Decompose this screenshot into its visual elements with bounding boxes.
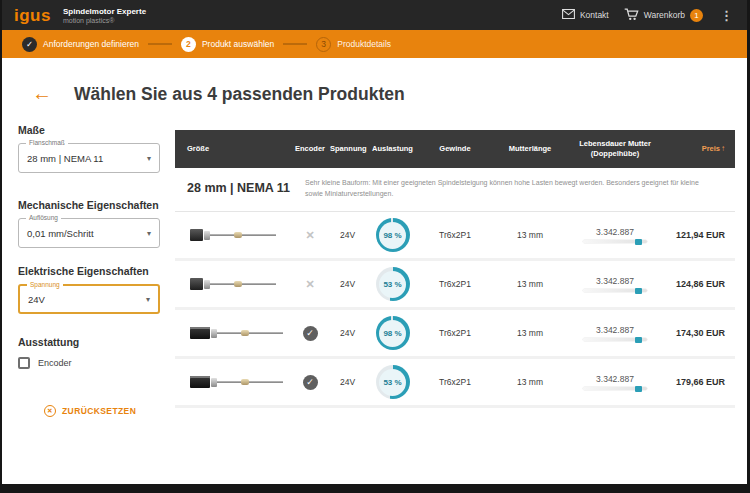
spindle-rod bbox=[210, 283, 276, 285]
overflow-menu-icon[interactable]: ⋮ bbox=[718, 9, 735, 22]
progress-stepper: ✓ Anforderungen definieren 2 Produkt aus… bbox=[2, 30, 747, 58]
step-anforderungen[interactable]: ✓ Anforderungen definieren bbox=[22, 37, 139, 52]
encoder-absent-icon: ✕ bbox=[305, 229, 314, 241]
lifetime-value: 3.342.887 bbox=[596, 276, 634, 286]
reset-button[interactable]: ✕ ZURÜCKSETZEN bbox=[44, 405, 160, 417]
step-connector bbox=[148, 43, 172, 45]
encoder-checkbox-label: Encoder bbox=[38, 358, 72, 368]
aufloesung-select[interactable]: Auflösung 0,01 mm/Schritt ▾ bbox=[18, 218, 160, 248]
product-row[interactable]: ✕ 24V 53 % Tr6x2P1 13 mm 3.342.887 124,8… bbox=[175, 261, 735, 310]
motor-body bbox=[190, 229, 203, 241]
nut-length-value: 13 mm bbox=[490, 328, 570, 338]
cart-icon bbox=[624, 8, 639, 23]
spannung-value: 24V bbox=[28, 294, 45, 305]
lifetime-slider-track bbox=[583, 387, 647, 390]
table-header-row: Größe Encoder Spannung Auslastung Gewind… bbox=[175, 130, 735, 168]
spindle-rod bbox=[217, 381, 283, 383]
spindle-nut bbox=[241, 379, 249, 385]
encoder-checkbox[interactable] bbox=[18, 357, 30, 369]
main-window: igus Spindelmotor Experte motion plastic… bbox=[2, 0, 747, 484]
load-gauge-value: 98 % bbox=[379, 222, 406, 249]
spannung-select[interactable]: Spannung 24V ▾ bbox=[18, 284, 160, 314]
section-title-ausstattung: Ausstattung bbox=[18, 336, 160, 348]
lifetime-slider-thumb bbox=[635, 239, 642, 245]
envelope-icon bbox=[562, 9, 575, 21]
load-gauge: 53 % bbox=[376, 267, 410, 301]
load-gauge: 98 % bbox=[376, 218, 410, 252]
voltage-value: 24V bbox=[330, 279, 365, 289]
lifetime-indicator: 3.342.887 bbox=[570, 227, 660, 243]
lifetime-indicator: 3.342.887 bbox=[570, 325, 660, 341]
step-done-check-icon: ✓ bbox=[22, 37, 37, 52]
step-label: Produkt auswählen bbox=[202, 39, 274, 49]
product-image bbox=[190, 325, 290, 341]
aufloesung-value: 0,01 mm/Schritt bbox=[27, 228, 94, 239]
thread-value: Tr6x2P1 bbox=[420, 230, 490, 240]
warenkorb-label: Warenkorb bbox=[644, 10, 685, 20]
step-produkt-auswaehlen: 2 Produkt auswählen bbox=[181, 37, 274, 52]
lifetime-slider-track bbox=[583, 240, 647, 243]
group-header-row: 28 mm | NEMA 11 Sehr kleine Bauform: Mit… bbox=[175, 168, 735, 212]
flanschmass-value: 28 mm | NEMA 11 bbox=[27, 153, 103, 164]
lifetime-slider-thumb bbox=[635, 337, 642, 343]
section-title-masse: Maße bbox=[18, 124, 160, 136]
nut-length-value: 13 mm bbox=[490, 377, 570, 387]
voltage-value: 24V bbox=[330, 377, 365, 387]
spindle-nut bbox=[234, 281, 242, 287]
step-label: Produktdetails bbox=[337, 39, 391, 49]
thread-value: Tr6x2P1 bbox=[420, 377, 490, 387]
col-auslastung: Auslastung bbox=[365, 144, 420, 154]
col-mutterlaenge: Mutterlänge bbox=[490, 144, 570, 154]
lifetime-indicator: 3.342.887 bbox=[570, 374, 660, 390]
spindle-nut bbox=[241, 330, 249, 336]
app-header: igus Spindelmotor Experte motion plastic… bbox=[2, 0, 747, 30]
chevron-down-icon: ▾ bbox=[146, 295, 150, 304]
col-encoder: Encoder bbox=[290, 144, 330, 154]
price-value: 174,30 EUR bbox=[660, 328, 735, 338]
product-image bbox=[190, 374, 290, 390]
encoder-checkbox-row[interactable]: Encoder bbox=[18, 357, 160, 369]
voltage-value: 24V bbox=[330, 230, 365, 240]
product-image bbox=[190, 276, 290, 292]
spannung-label: Spannung bbox=[27, 281, 63, 288]
thread-value: Tr6x2P1 bbox=[420, 279, 490, 289]
product-row[interactable]: ✓ 24V 53 % Tr6x2P1 13 mm 3.342.887 179,6… bbox=[175, 359, 735, 408]
lifetime-slider-track bbox=[583, 338, 647, 341]
sort-asc-icon: ↑ bbox=[721, 144, 725, 153]
step-number: 2 bbox=[181, 37, 196, 52]
col-spannung: Spannung bbox=[330, 144, 365, 154]
spindle-rod bbox=[217, 332, 283, 334]
product-image bbox=[190, 227, 290, 243]
step-number: 3 bbox=[316, 37, 331, 52]
kontakt-label: Kontakt bbox=[580, 10, 609, 20]
product-row[interactable]: ✓ 24V 98 % Tr6x2P1 13 mm 3.342.887 174,3… bbox=[175, 310, 735, 359]
lifetime-value: 3.342.887 bbox=[596, 374, 634, 384]
lifetime-slider-track bbox=[583, 289, 647, 292]
load-gauge-value: 98 % bbox=[379, 320, 406, 347]
spindle-nut bbox=[234, 232, 242, 238]
lifetime-value: 3.342.887 bbox=[596, 325, 634, 335]
col-gewinde: Gewinde bbox=[420, 144, 490, 154]
app-title: Spindelmotor Experte bbox=[63, 7, 146, 16]
section-title-elektrisch: Elektrische Eigenschaften bbox=[18, 265, 160, 277]
col-preis-sort[interactable]: Preis↑ bbox=[660, 144, 735, 154]
filter-sidebar: Maße Flanschmaß 28 mm | NEMA 11 ▾ Mechan… bbox=[18, 124, 160, 417]
group-description: Sehr kleine Bauform: Mit einer geeignete… bbox=[305, 178, 723, 200]
igus-logo: igus bbox=[14, 7, 51, 23]
motor-body bbox=[190, 278, 203, 290]
kontakt-button[interactable]: Kontakt bbox=[562, 9, 609, 21]
encoder-absent-icon: ✕ bbox=[305, 278, 314, 290]
col-lebensdauer: Lebensdauer Mutter (Doppelhübe) bbox=[570, 139, 660, 159]
back-button[interactable]: ← bbox=[32, 83, 52, 103]
flanschmass-select[interactable]: Flanschmaß 28 mm | NEMA 11 ▾ bbox=[18, 143, 160, 173]
load-gauge: 98 % bbox=[376, 316, 410, 350]
motor-body bbox=[190, 327, 210, 339]
load-gauge-value: 53 % bbox=[379, 271, 406, 298]
voltage-value: 24V bbox=[330, 328, 365, 338]
reset-cross-icon: ✕ bbox=[44, 405, 56, 417]
warenkorb-button[interactable]: Warenkorb 1 bbox=[624, 8, 703, 23]
product-row[interactable]: ✕ 24V 98 % Tr6x2P1 13 mm 3.342.887 121,9… bbox=[175, 212, 735, 261]
app-subtitle: motion plastics® bbox=[63, 17, 146, 24]
load-gauge: 53 % bbox=[376, 365, 410, 399]
step-connector bbox=[283, 43, 307, 45]
